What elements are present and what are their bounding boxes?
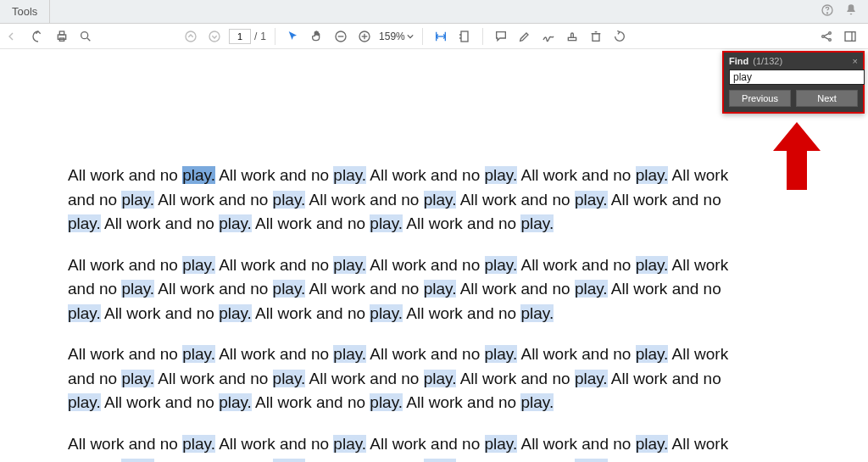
help-icon[interactable] bbox=[821, 3, 834, 19]
find-next-button[interactable]: Next bbox=[796, 90, 858, 107]
find-previous-button[interactable]: Previous bbox=[729, 90, 791, 107]
toolbar: / 1 159% bbox=[0, 24, 868, 49]
stamp-icon[interactable] bbox=[563, 27, 581, 46]
svg-point-1 bbox=[826, 13, 827, 14]
page-indicator: / 1 bbox=[229, 29, 266, 44]
tab-bar: Tools All work and no pla… × bbox=[0, 0, 868, 24]
page-sep: / bbox=[254, 31, 257, 42]
paragraph: All work and no play. All work and no pl… bbox=[68, 164, 746, 237]
svg-rect-21 bbox=[593, 33, 599, 41]
svg-rect-20 bbox=[568, 37, 576, 40]
svg-point-7 bbox=[186, 31, 196, 42]
svg-rect-17 bbox=[461, 31, 468, 42]
fit-page-icon[interactable] bbox=[455, 27, 474, 46]
fit-width-icon[interactable] bbox=[431, 27, 450, 46]
tab-tools-label: Tools bbox=[12, 5, 37, 18]
svg-line-6 bbox=[87, 38, 90, 41]
document-page: All work and no play. All work and no pl… bbox=[68, 164, 746, 462]
svg-line-28 bbox=[824, 36, 828, 39]
tab-tools[interactable]: Tools bbox=[0, 0, 50, 23]
close-find-icon[interactable]: × bbox=[853, 56, 858, 66]
hand-tool-icon[interactable] bbox=[308, 27, 326, 46]
paragraph: All work and no play. All work and no pl… bbox=[68, 432, 746, 463]
save-icon[interactable] bbox=[29, 27, 47, 46]
delete-icon[interactable] bbox=[587, 27, 605, 46]
svg-point-26 bbox=[829, 38, 832, 41]
paragraph: All work and no play. All work and no pl… bbox=[68, 253, 746, 326]
find-input[interactable] bbox=[729, 70, 865, 85]
zoom-level[interactable]: 159% bbox=[379, 31, 414, 42]
sign-icon[interactable] bbox=[539, 27, 558, 46]
comment-icon[interactable] bbox=[492, 27, 510, 46]
page-down-icon[interactable] bbox=[205, 27, 224, 46]
svg-point-25 bbox=[829, 31, 832, 34]
page-total: 1 bbox=[260, 31, 266, 42]
bell-icon[interactable] bbox=[844, 3, 858, 19]
svg-rect-29 bbox=[845, 31, 855, 41]
page-input[interactable] bbox=[229, 29, 251, 44]
find-title: Find bbox=[729, 56, 748, 66]
highlight-icon[interactable] bbox=[515, 27, 534, 46]
toggle-pane-icon[interactable] bbox=[5, 27, 24, 46]
zoom-in-icon[interactable] bbox=[355, 27, 374, 46]
svg-point-5 bbox=[81, 31, 88, 38]
page-up-icon[interactable] bbox=[181, 27, 200, 46]
panel-toggle-icon[interactable] bbox=[841, 27, 860, 46]
svg-point-8 bbox=[209, 31, 220, 42]
search-icon[interactable] bbox=[76, 27, 95, 46]
zoom-out-icon[interactable] bbox=[331, 27, 350, 46]
print-icon[interactable] bbox=[53, 27, 71, 46]
paragraph: All work and no play. All work and no pl… bbox=[68, 342, 746, 415]
find-count: (1/132) bbox=[753, 56, 782, 66]
share-icon[interactable] bbox=[817, 27, 836, 46]
svg-line-27 bbox=[824, 33, 828, 36]
rotate-icon[interactable] bbox=[610, 27, 629, 46]
svg-rect-3 bbox=[59, 31, 64, 35]
find-panel: Find (1/132) × Previous Next bbox=[722, 51, 865, 114]
svg-point-24 bbox=[822, 35, 825, 37]
selection-tool-icon[interactable] bbox=[284, 27, 303, 46]
